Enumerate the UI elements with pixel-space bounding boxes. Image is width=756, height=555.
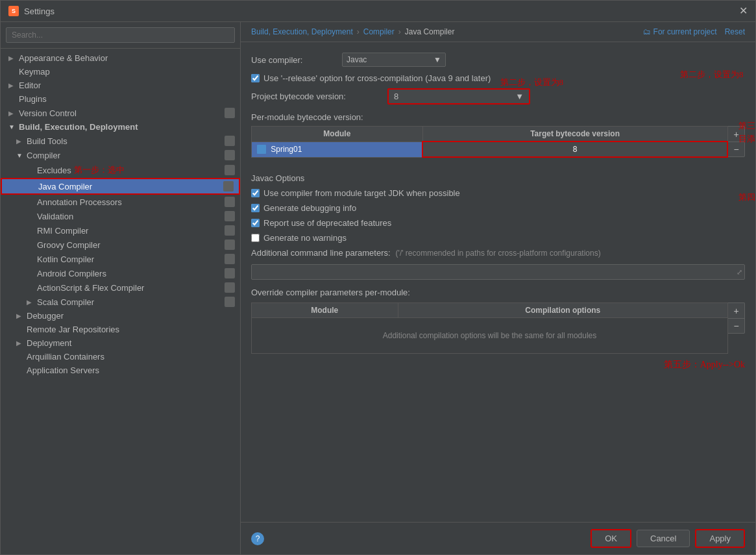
help-button[interactable]: ?	[251, 532, 264, 545]
sidebar-item-editor[interactable]: ▶ Editor	[1, 79, 240, 92]
breadcrumb-compiler[interactable]: Compiler	[363, 27, 395, 36]
sidebar-item-deployment[interactable]: ▶ Deployment	[1, 336, 240, 350]
sidebar-item-plugins[interactable]: Plugins	[1, 92, 240, 106]
cmd-params-row: Additional command line parameters: ('/'…	[251, 248, 745, 258]
cmd-input-container: ⤢	[251, 264, 745, 280]
project-icon: 🗂	[643, 27, 653, 36]
apply-button[interactable]: Apply	[695, 529, 745, 548]
no-warnings-checkbox-row: Generate no warnings	[251, 233, 745, 243]
sidebar-item-label: Debugger	[27, 311, 64, 321]
ok-button[interactable]: OK	[591, 529, 631, 548]
sidebar-item-actionscript[interactable]: ActionScript & Flex Compiler	[1, 280, 240, 295]
sidebar-item-label: Build Tools	[27, 136, 67, 146]
expand-icon[interactable]: ⤢	[737, 268, 742, 277]
sidebar-item-app-servers[interactable]: Application Servers	[1, 364, 240, 377]
cancel-button[interactable]: Cancel	[637, 530, 690, 547]
release-checkbox[interactable]	[251, 74, 260, 82]
sidebar-item-label: RMI Compiler	[37, 226, 88, 236]
sidebar-item-build-tools[interactable]: ▶ Build Tools	[1, 134, 240, 148]
add-override-button[interactable]: +	[728, 302, 745, 318]
badge	[225, 240, 235, 250]
compiler-label: Use compiler:	[251, 55, 335, 65]
step2-annotation-block: 第二步，设置为8	[680, 69, 755, 80]
bytecode-select[interactable]: 8 ▼	[387, 88, 530, 105]
sidebar-item-label: Groovy Compiler	[37, 240, 101, 250]
badge	[225, 136, 235, 146]
bytecode-label: Project bytecode version:	[251, 92, 381, 101]
remove-override-button[interactable]: −	[728, 318, 745, 334]
sidebar-item-label: Compiler	[27, 151, 60, 160]
module-table-container: Module Target bytecode version Spring01	[251, 126, 745, 163]
sidebar-item-label: Java Compiler	[38, 182, 92, 191]
reset-link[interactable]: Reset	[725, 27, 745, 36]
sidebar-item-label: Validation	[37, 212, 73, 221]
sidebar-item-groovy-compiler[interactable]: Groovy Compiler	[1, 238, 240, 252]
badge	[225, 197, 235, 207]
sidebar-item-annotation-processors[interactable]: Annotation Processors	[1, 195, 240, 209]
use-jdk-checkbox[interactable]	[251, 189, 260, 197]
title-bar: S Settings ✕	[1, 1, 755, 22]
sidebar-item-remote-jar[interactable]: Remote Jar Repositories	[1, 323, 240, 336]
arrow-icon: ▶	[8, 82, 16, 89]
arrow-icon: ▶	[8, 110, 16, 117]
main-content: ▶ Appearance & Behavior Keymap ▶ Editor …	[1, 22, 755, 554]
arrow-icon: ▶	[16, 312, 24, 319]
arrow-icon: ▶	[16, 339, 24, 347]
sidebar-item-label: ActionScript & Flex Compiler	[37, 283, 144, 293]
sidebar-item-excludes[interactable]: Excludes 第一步：选中	[1, 162, 240, 178]
sidebar-item-scala-compiler[interactable]: ▶ Scala Compiler	[1, 295, 240, 309]
gen-debug-checkbox[interactable]	[251, 204, 260, 212]
badge	[225, 282, 235, 293]
sidebar: ▶ Appearance & Behavior Keymap ▶ Editor …	[1, 22, 241, 554]
sidebar-item-arquillian[interactable]: Arquillian Containers	[1, 350, 240, 364]
breadcrumb-build[interactable]: Build, Execution, Deployment	[251, 27, 353, 36]
search-box	[1, 22, 240, 49]
sidebar-item-rmi-compiler[interactable]: RMI Compiler	[1, 223, 240, 238]
table-row[interactable]: Spring01 8	[252, 142, 728, 157]
gen-debug-label: Generate debugging info	[263, 203, 356, 213]
badge	[225, 150, 235, 160]
step2-annotation: 第二步，设置为8	[500, 77, 564, 88]
report-deprecated-label: Report use of deprecated features	[263, 218, 391, 228]
search-input[interactable]	[6, 27, 235, 43]
sidebar-item-kotlin-compiler[interactable]: Kotlin Compiler	[1, 252, 240, 266]
override-options-header: Compilation options	[398, 303, 727, 318]
sidebar-item-validation[interactable]: Validation	[1, 209, 240, 223]
arrow-icon: ▶	[27, 299, 34, 306]
sidebar-item-keymap[interactable]: Keymap	[1, 65, 240, 79]
sidebar-item-java-compiler[interactable]: Java Compiler	[1, 178, 240, 195]
tree: ▶ Appearance & Behavior Keymap ▶ Editor …	[1, 49, 240, 554]
compiler-select[interactable]: Javac ▼	[342, 53, 446, 67]
release-checkbox-row: Use '--release' option for cross-compila…	[251, 73, 745, 83]
sidebar-item-label: Scala Compiler	[37, 297, 94, 307]
sidebar-item-label: Version Control	[19, 108, 77, 118]
sidebar-item-version-control[interactable]: ▶ Version Control	[1, 106, 240, 120]
for-project-link[interactable]: 🗂 For current project	[643, 27, 716, 36]
sidebar-item-android-compilers[interactable]: Android Compilers	[1, 266, 240, 280]
badge	[225, 225, 235, 236]
report-deprecated-checkbox[interactable]	[251, 219, 260, 227]
sidebar-item-debugger[interactable]: ▶ Debugger	[1, 309, 240, 323]
sidebar-item-label: Android Compilers	[37, 269, 106, 278]
breadcrumb-sep2: ›	[398, 27, 401, 36]
version-cell: 8	[422, 142, 727, 157]
sidebar-item-label: Remote Jar Repositories	[27, 325, 119, 334]
sidebar-item-build-execution[interactable]: ▼ Build, Execution, Deployment	[1, 120, 240, 134]
step5-annotation: 第五步：Apply-->Ok	[251, 359, 745, 371]
cmd-input[interactable]	[251, 264, 745, 280]
override-title: Override compiler parameters per-module:	[251, 288, 745, 297]
no-warnings-label: Generate no warnings	[263, 233, 347, 243]
sidebar-item-compiler[interactable]: ▼ Compiler	[1, 148, 240, 162]
sidebar-item-label: Annotation Processors	[37, 197, 122, 207]
settings-window: S Settings ✕ ▶ Appearance & Behavior Key…	[0, 0, 756, 555]
no-warnings-checkbox[interactable]	[251, 234, 260, 242]
compiler-row: Use compiler: Javac ▼	[251, 53, 745, 67]
sidebar-item-label: Plugins	[19, 94, 47, 104]
per-module-row: Per-module bytecode version:	[251, 112, 745, 122]
close-button[interactable]: ✕	[739, 6, 748, 16]
bytecode-version-row: Project bytecode version: 8 ▼ 第二步，设置为8	[251, 88, 745, 105]
report-deprecated-checkbox-row: Report use of deprecated features	[251, 218, 745, 228]
badge	[225, 165, 235, 175]
module-cell: Spring01	[252, 142, 423, 157]
sidebar-item-appearance[interactable]: ▶ Appearance & Behavior	[1, 51, 240, 65]
